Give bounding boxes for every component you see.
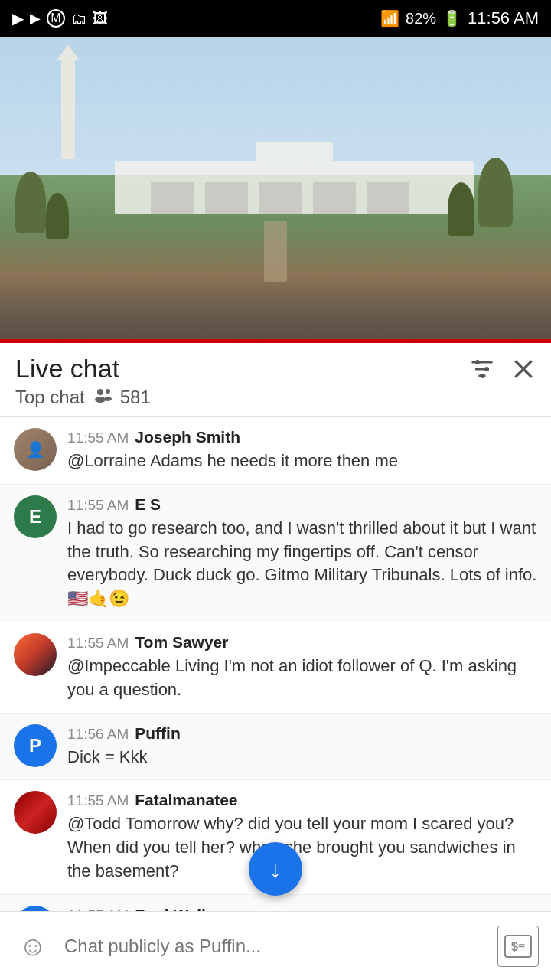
status-right: 📶 82% 🔋 11:56 AM xyxy=(380,8,539,28)
svg-point-10 xyxy=(106,389,110,394)
battery-icon: 🔋 xyxy=(442,9,461,28)
washington-monument xyxy=(61,60,75,159)
scroll-down-button[interactable]: ↓ xyxy=(249,842,302,896)
svg-point-3 xyxy=(475,360,480,364)
live-chat-title: Live chat xyxy=(15,354,119,384)
app-icon-image: 🖼 xyxy=(93,10,108,28)
tree xyxy=(478,158,513,227)
chat-message: E 11:55 AM E S I had to go research too,… xyxy=(0,485,551,622)
message-content: 11:56 AM Puffin Dick = Kkk xyxy=(67,724,537,769)
message-time: 11:55 AM xyxy=(67,430,129,446)
avatar-label: E xyxy=(29,506,41,528)
message-time: 11:55 AM xyxy=(67,792,129,809)
message-time: 11:55 AM xyxy=(67,497,129,514)
top-chat-label: Top chat xyxy=(15,387,85,408)
viewers-group-icon xyxy=(93,387,112,403)
emoji-icon: ☺ xyxy=(19,930,47,962)
status-bar: ▶ ▶ M 🗂 🖼 📶 82% 🔋 11:56 AM xyxy=(0,0,551,37)
message-meta: 11:55 AM E S xyxy=(67,495,537,514)
message-author: E S xyxy=(135,495,161,514)
chat-input[interactable] xyxy=(64,926,487,967)
emoji-button[interactable]: ☺ xyxy=(12,926,54,967)
message-text: I had to go research too, and I wasn't t… xyxy=(67,517,537,611)
message-author: Puffin xyxy=(135,724,180,743)
chat-message: 👤 11:55 AM Joseph Smith @Lorraine Adams … xyxy=(0,417,551,485)
svg-point-5 xyxy=(480,374,484,378)
message-time: 11:55 AM xyxy=(67,635,129,652)
message-author: Tom Sawyer xyxy=(135,633,228,652)
message-meta: 11:56 AM Puffin xyxy=(67,724,537,743)
video-player[interactable] xyxy=(0,37,551,343)
viewers-icon xyxy=(93,387,112,408)
message-time: 11:56 AM xyxy=(67,726,129,743)
avatar: 👤 xyxy=(14,428,57,471)
filter-icon xyxy=(468,355,496,383)
app-icon-folder: 🗂 xyxy=(71,10,86,28)
video-scene xyxy=(0,37,551,343)
chevron-down-icon: ↓ xyxy=(269,855,282,884)
close-icon xyxy=(511,357,536,381)
avatar-label: 👤 xyxy=(26,440,45,459)
message-text: Dick = Kkk xyxy=(67,746,537,769)
viewers-count: 581 xyxy=(120,387,151,408)
svg-point-8 xyxy=(97,389,103,395)
tree xyxy=(46,193,69,239)
message-content: 11:55 AM E S I had to go research too, a… xyxy=(67,495,537,611)
message-meta: 11:55 AM Fatalmanatee xyxy=(67,791,537,809)
wifi-icon: 📶 xyxy=(380,9,399,28)
app-icon-youtube: ▶ xyxy=(30,10,41,27)
message-content: 11:55 AM Fatalmanatee @Todd Tomorrow why… xyxy=(67,791,537,883)
message-meta: 11:55 AM Joseph Smith xyxy=(67,428,537,446)
avatar: E xyxy=(14,495,57,538)
message-text: @Todd Tomorrow why? did you tell your mo… xyxy=(67,812,537,883)
close-button[interactable] xyxy=(511,357,536,381)
message-author: Joseph Smith xyxy=(135,428,240,446)
chat-input-bar: ☺ $≡ xyxy=(0,911,551,980)
message-meta: 11:55 AM Tom Sawyer xyxy=(67,633,537,652)
svg-point-4 xyxy=(484,367,489,371)
top-chat-row: Top chat 581 xyxy=(15,387,536,408)
svg-point-9 xyxy=(95,397,106,403)
tree xyxy=(448,182,474,236)
avatar: P xyxy=(14,724,57,767)
message-text: @Lorraine Adams he needs it more then me xyxy=(67,449,537,473)
whitehouse xyxy=(115,161,474,214)
chat-header-top: Live chat xyxy=(15,354,536,384)
message-content: 11:55 AM Tom Sawyer @Impeccable Living I… xyxy=(67,633,537,702)
message-text: @Impeccable Living I'm not an idiot foll… xyxy=(67,655,537,702)
battery-level: 82% xyxy=(406,10,436,28)
tree xyxy=(15,172,46,233)
chat-header: Live chat xyxy=(0,343,551,416)
chat-message: 11:55 AM Tom Sawyer @Impeccable Living I… xyxy=(0,622,551,714)
avatar-label: P xyxy=(29,735,41,756)
avatar xyxy=(14,633,57,676)
clock: 11:56 AM xyxy=(468,8,539,28)
super-chat-button[interactable]: $≡ xyxy=(497,926,539,967)
pathway xyxy=(264,220,287,282)
super-chat-icon: $≡ xyxy=(504,935,532,958)
chat-message: P 11:56 AM Puffin Dick = Kkk xyxy=(0,714,551,781)
status-left: ▶ ▶ M 🗂 🖼 xyxy=(12,9,108,28)
message-content: 11:55 AM Joseph Smith @Lorraine Adams he… xyxy=(67,428,537,473)
app-icon-play: ▶ xyxy=(12,9,24,28)
avatar xyxy=(14,791,57,834)
svg-text:$≡: $≡ xyxy=(511,940,525,953)
video-progress-bar xyxy=(0,339,551,343)
app-icon-m: M xyxy=(47,9,65,28)
svg-point-11 xyxy=(104,397,112,401)
message-author: Fatalmanatee xyxy=(135,791,237,809)
filter-button[interactable] xyxy=(468,355,496,383)
header-icons xyxy=(468,355,536,383)
